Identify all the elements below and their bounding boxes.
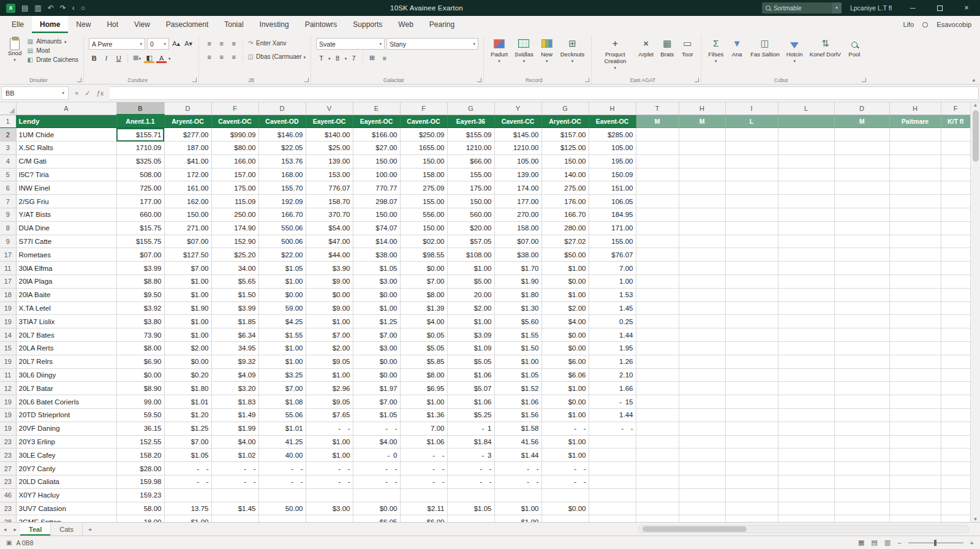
cell[interactable]: [679, 142, 725, 155]
column-header-F[interactable]: F: [941, 102, 970, 115]
cell[interactable]: [941, 382, 970, 395]
cell[interactable]: 139.00: [306, 154, 353, 168]
cell[interactable]: [834, 195, 889, 208]
cell[interactable]: $1.90: [494, 275, 541, 289]
cell[interactable]: [258, 515, 306, 522]
cell[interactable]: $1.00: [306, 435, 353, 449]
row-header[interactable]: 4: [0, 154, 16, 168]
formula-input[interactable]: [110, 86, 979, 100]
cell[interactable]: 271.00: [164, 221, 211, 235]
cell[interactable]: [889, 355, 941, 368]
cell[interactable]: [636, 221, 679, 235]
cell[interactable]: [941, 488, 970, 502]
cell[interactable]: 106.05: [589, 195, 636, 208]
cell[interactable]: [589, 462, 636, 475]
ribbon-tab-pearing[interactable]: Pearing: [421, 16, 462, 33]
cell[interactable]: [541, 488, 589, 502]
collapse-ribbon-button[interactable]: ▴: [972, 77, 975, 83]
horizontal-scrollbar[interactable]: [638, 525, 969, 533]
cell[interactable]: $1.01: [164, 395, 211, 409]
cell[interactable]: [725, 195, 778, 208]
cell[interactable]: $1.58: [494, 422, 541, 435]
cell[interactable]: $47.00: [306, 235, 353, 248]
cell[interactable]: [679, 235, 725, 248]
cell[interactable]: [258, 488, 306, 502]
cell[interactable]: [589, 488, 636, 502]
cell[interactable]: [941, 168, 970, 181]
cell[interactable]: $1.08: [258, 395, 306, 409]
cell[interactable]: - -: [400, 449, 447, 462]
cell[interactable]: [889, 342, 941, 355]
cell[interactable]: $8.00: [116, 342, 164, 355]
cell[interactable]: $1.49: [211, 409, 258, 422]
scrollbar-thumb[interactable]: [973, 110, 979, 162]
ribbon-tab-new[interactable]: New: [68, 16, 99, 33]
cell[interactable]: [941, 368, 970, 382]
cell[interactable]: [834, 435, 889, 449]
dialog-launcher-icon[interactable]: [77, 78, 81, 82]
cell[interactable]: [778, 181, 834, 195]
cell[interactable]: Cavent-CC: [494, 115, 541, 128]
cell[interactable]: Y/AT Bists: [16, 208, 116, 222]
column-header-E[interactable]: E: [353, 102, 400, 115]
cell[interactable]: $22.00: [258, 248, 306, 262]
format-cells-button[interactable]: ▦ Brats: [658, 36, 676, 59]
cell[interactable]: [941, 475, 970, 489]
cell[interactable]: $1.00: [258, 342, 306, 355]
cell[interactable]: [636, 475, 679, 489]
cell[interactable]: 168.00: [258, 168, 306, 181]
cell[interactable]: [636, 435, 679, 449]
cell[interactable]: $145.00: [494, 128, 541, 142]
currency-format-button[interactable]: T: [316, 53, 326, 63]
cell[interactable]: [834, 502, 889, 515]
cell[interactable]: 725.00: [116, 181, 164, 195]
cell[interactable]: $1.80: [164, 382, 211, 395]
cell[interactable]: [400, 488, 447, 502]
cell[interactable]: 157.00: [211, 168, 258, 181]
cell[interactable]: - -: [589, 422, 636, 435]
cell[interactable]: $1.36: [400, 409, 447, 422]
cell[interactable]: $9.32: [211, 355, 258, 368]
cell[interactable]: $8.00: [400, 288, 447, 301]
cell[interactable]: [834, 488, 889, 502]
cell[interactable]: 1210.00: [447, 142, 494, 155]
cell[interactable]: [679, 195, 725, 208]
align-left-button[interactable]: ≡: [204, 51, 214, 62]
cell[interactable]: 152.90: [211, 235, 258, 248]
cell[interactable]: X0Y7 Hacluy: [16, 488, 116, 502]
cell[interactable]: [679, 355, 725, 368]
cell[interactable]: - -: [164, 462, 211, 475]
ribbon-tab-tonial[interactable]: Tonial: [216, 16, 251, 33]
cell[interactable]: 298.07: [353, 195, 400, 208]
column-header-B[interactable]: B: [116, 102, 164, 115]
cell[interactable]: [889, 515, 941, 522]
cell[interactable]: [447, 488, 494, 502]
cell[interactable]: $0.00: [353, 502, 400, 515]
cell[interactable]: $146.09: [258, 128, 306, 142]
cell[interactable]: [679, 328, 725, 342]
cell[interactable]: $1.05: [447, 502, 494, 515]
cell[interactable]: [725, 154, 778, 168]
cell[interactable]: [834, 208, 889, 222]
cell[interactable]: 1.44: [589, 409, 636, 422]
row-header[interactable]: 19: [0, 422, 16, 435]
cell[interactable]: [889, 288, 941, 301]
cell[interactable]: [889, 235, 941, 248]
cell[interactable]: $66.00: [447, 154, 494, 168]
cell[interactable]: [636, 235, 679, 248]
cell[interactable]: [778, 409, 834, 422]
cell[interactable]: $9.00: [306, 275, 353, 289]
cell[interactable]: [889, 395, 941, 409]
cell[interactable]: 159.98: [116, 475, 164, 489]
cell[interactable]: [889, 208, 941, 222]
cell[interactable]: - -: [541, 422, 589, 435]
cell[interactable]: $0.20: [164, 368, 211, 382]
cell[interactable]: 152.55: [116, 435, 164, 449]
cell[interactable]: [889, 328, 941, 342]
cell[interactable]: [778, 395, 834, 409]
row-header[interactable]: 19: [0, 409, 16, 422]
cell[interactable]: [941, 208, 970, 222]
cell[interactable]: $1.00: [541, 262, 589, 275]
column-header-L[interactable]: L: [778, 102, 834, 115]
cell[interactable]: [778, 422, 834, 435]
